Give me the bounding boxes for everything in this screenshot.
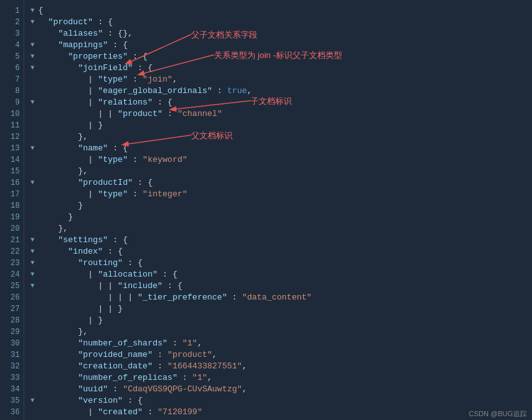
token: :: [108, 384, 122, 395]
token: |: [88, 189, 98, 200]
token: |: [88, 269, 98, 280]
token: |: [88, 407, 98, 418]
fold-arrow[interactable]: ▼: [31, 97, 37, 108]
token: "keyword": [143, 154, 187, 166]
token: "product": [118, 108, 162, 120]
line-number: 21: [5, 235, 20, 246]
token: "join": [143, 74, 173, 85]
code-line: ▼ | "allocation" : {: [31, 269, 526, 280]
fold-arrow[interactable]: ▼: [31, 395, 37, 407]
code-line: ▼ "properties" : {: [31, 51, 526, 62]
token: ,: [242, 361, 247, 372]
line-number: 8: [5, 85, 20, 97]
fold-arrow[interactable]: ▼: [31, 269, 37, 280]
token: :: [168, 338, 182, 349]
line-number: 9: [5, 97, 20, 108]
line-number: 36: [5, 407, 20, 418]
token: ,: [242, 384, 247, 395]
code-line: "provided_name" : "product",: [31, 349, 526, 361]
code-line: }: [31, 200, 526, 212]
fold-arrow: [31, 326, 37, 338]
token: "settings": [58, 235, 108, 246]
code-line: ▼ "index" : {: [31, 246, 526, 257]
fold-arrow: [31, 85, 37, 97]
fold-arrow[interactable]: ▼: [31, 246, 37, 257]
fold-arrow[interactable]: ▼: [31, 280, 37, 292]
fold-arrow[interactable]: ▼: [31, 143, 37, 154]
token: "routing": [78, 257, 122, 269]
code-line: ▼ "mappings" : {: [31, 40, 526, 51]
line-number: 33: [5, 372, 20, 384]
line-number: 5: [5, 51, 20, 62]
line-number: 12: [5, 131, 20, 143]
token: :: [127, 189, 142, 200]
line-number: 1: [5, 5, 20, 17]
token: "index": [68, 246, 103, 257]
fold-arrow[interactable]: ▼: [31, 177, 37, 189]
token: :: [152, 361, 167, 372]
token: : {: [108, 143, 127, 154]
line-number: 22: [5, 246, 20, 257]
fold-arrow[interactable]: ▼: [31, 62, 37, 74]
token: :: [152, 349, 167, 361]
line-number: 17: [5, 189, 20, 200]
fold-arrow: [31, 292, 37, 303]
code-line: ▼ "productId" : {: [31, 177, 526, 189]
token: {: [38, 5, 43, 17]
code-line: },: [31, 131, 526, 143]
code-line: "number_of_replicas" : "1",: [31, 372, 526, 384]
line-number: 29: [5, 326, 20, 338]
token: "type": [98, 154, 128, 166]
token: : {: [103, 246, 122, 257]
fold-arrow: [31, 154, 37, 166]
token: "eager_global_ordinals": [98, 85, 212, 97]
line-number: 4: [5, 40, 20, 51]
token: : {: [123, 257, 143, 269]
code-line: ▼ "settings" : {: [31, 235, 526, 246]
fold-arrow[interactable]: ▼: [31, 51, 37, 62]
code-line: }: [31, 212, 526, 223]
fold-arrow[interactable]: ▼: [31, 235, 37, 246]
token: : {: [108, 235, 127, 246]
code-line: | | | "_tier_preference" : "data_content…: [31, 292, 526, 303]
line-number: 35: [5, 395, 20, 407]
token: "type": [98, 74, 128, 85]
token: "version": [78, 395, 122, 407]
token: ,: [212, 349, 217, 361]
token: : {: [127, 51, 147, 62]
token: "7120199": [157, 407, 202, 418]
token: "relations": [98, 97, 153, 108]
token: "mappings": [58, 40, 108, 51]
fold-arrow[interactable]: ▼: [31, 257, 37, 269]
fold-arrow: [31, 212, 37, 223]
token: "creation_date": [78, 361, 152, 372]
code-line: | "created" : "7120199": [31, 407, 526, 418]
token: : {: [133, 177, 152, 189]
token: ,: [207, 372, 212, 384]
code-line: ▼ "product" : {: [31, 17, 526, 28]
line-number: 14: [5, 154, 20, 166]
fold-arrow[interactable]: ▼: [31, 5, 37, 17]
fold-arrow: [31, 166, 37, 177]
token: |: [108, 108, 118, 120]
token: "CdaqVGS9QPG-CUvSAuwtzg": [123, 384, 242, 395]
line-number: 2: [5, 17, 20, 28]
token: "productId": [78, 177, 133, 189]
code-line: ▼ "version" : {: [31, 395, 526, 407]
code-line: ▼{: [31, 5, 526, 17]
fold-arrow[interactable]: ▼: [31, 40, 37, 51]
line-number: 28: [5, 315, 20, 326]
code-line: | | "product" : "channel": [31, 108, 526, 120]
fold-arrow: [31, 189, 37, 200]
editor: 1234567891011121314151617181920212223242…: [0, 0, 532, 420]
fold-arrow: [31, 315, 37, 326]
code-line: ▼ | "relations" : {: [31, 97, 526, 108]
token: "data_content": [242, 292, 312, 303]
token: "channel": [177, 108, 222, 120]
code-line: ▼ "name" : {: [31, 143, 526, 154]
token: "1664433827551": [168, 361, 242, 372]
token: }: [78, 131, 83, 143]
code-area[interactable]: ▼{▼ "product" : { "aliases" : {},▼ "mapp…: [24, 0, 532, 420]
token: : {: [108, 40, 127, 51]
fold-arrow[interactable]: ▼: [31, 17, 37, 28]
